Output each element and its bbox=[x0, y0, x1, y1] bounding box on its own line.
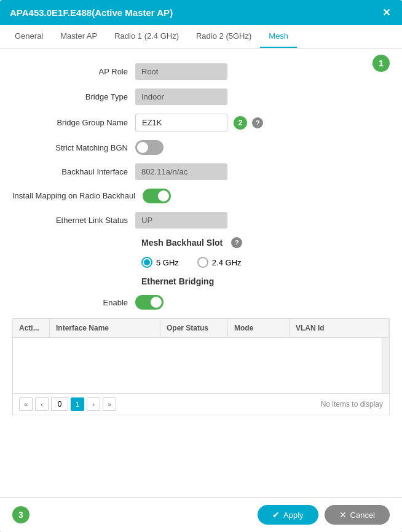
tab-radio1[interactable]: Radio 1 (2.4 GHz) bbox=[106, 25, 187, 48]
tab-bar: General Master AP Radio 1 (2.4 GHz) Radi… bbox=[0, 25, 402, 49]
bridge-group-name-help-icon[interactable]: ? bbox=[252, 117, 263, 128]
bridge-type-input bbox=[135, 88, 227, 105]
ethernet-link-status-row: Ethernet Link Status bbox=[12, 212, 390, 229]
table-scrollbar[interactable] bbox=[382, 338, 389, 393]
page-current-button[interactable]: 1 bbox=[71, 397, 84, 411]
col-action: Acti... bbox=[13, 319, 50, 337]
ethernet-bridging-heading-text: Ethernet Bridging bbox=[141, 276, 214, 286]
col-mode: Mode bbox=[228, 319, 290, 337]
cancel-button[interactable]: ✕ Cancel bbox=[325, 505, 390, 525]
mesh-backhaul-heading: Mesh Backhaul Slot ? bbox=[141, 237, 390, 248]
mesh-backhaul-heading-text: Mesh Backhaul Slot bbox=[141, 238, 223, 248]
ethernet-bridging-enable-label: Enable bbox=[12, 298, 135, 307]
page-number-input[interactable] bbox=[51, 397, 68, 411]
step-badge-2: 2 bbox=[234, 116, 247, 130]
ap-role-row: AP Role bbox=[12, 63, 390, 80]
backhaul-interface-label: Backhaul Interface bbox=[12, 167, 135, 176]
ethernet-bridging-enable-row: Enable bbox=[12, 295, 390, 310]
no-items-text: No items to display bbox=[321, 400, 383, 409]
radio-5ghz-label: 5 GHz bbox=[156, 258, 179, 267]
cancel-icon: ✕ bbox=[339, 510, 347, 520]
apply-button[interactable]: ✔ Apply bbox=[258, 505, 318, 525]
apply-icon: ✔ bbox=[272, 510, 280, 520]
ethernet-link-status-label: Ethernet Link Status bbox=[12, 216, 135, 225]
ethernet-bridging-heading: Ethernet Bridging bbox=[141, 276, 390, 286]
backhaul-interface-input bbox=[135, 163, 227, 180]
strict-matching-toggle[interactable] bbox=[135, 140, 164, 155]
radio-24ghz-circle bbox=[197, 257, 208, 268]
table-body bbox=[13, 338, 389, 393]
install-mapping-label: Install Mapping on Radio Backhaul bbox=[12, 191, 143, 201]
tab-radio2[interactable]: Radio 2 (5GHz) bbox=[187, 25, 260, 48]
page-last-button[interactable]: » bbox=[103, 397, 116, 411]
col-interface-name: Interface Name bbox=[50, 319, 160, 337]
ethernet-bridging-enable-toggle[interactable] bbox=[135, 295, 164, 310]
col-oper-status: Oper Status bbox=[160, 319, 228, 337]
ap-role-input bbox=[135, 63, 227, 80]
radio-24ghz-label: 2.4 GHz bbox=[212, 258, 242, 267]
cancel-label: Cancel bbox=[350, 510, 375, 520]
bridge-group-name-input[interactable] bbox=[135, 114, 227, 131]
pagination: « ‹ 1 › » No items to display bbox=[13, 393, 389, 415]
window-title: APA453.0E1F.E488(Active Master AP) bbox=[10, 7, 173, 18]
install-mapping-toggle[interactable] bbox=[143, 189, 171, 203]
footer: 3 ✔ Apply ✕ Cancel bbox=[0, 497, 402, 532]
radio-24ghz[interactable]: 2.4 GHz bbox=[197, 257, 242, 268]
ap-role-label: AP Role bbox=[12, 67, 135, 76]
mesh-backhaul-help-icon[interactable]: ? bbox=[231, 237, 242, 248]
tab-general[interactable]: General bbox=[6, 25, 52, 48]
backhaul-interface-row: Backhaul Interface bbox=[12, 163, 390, 180]
table-header: Acti... Interface Name Oper Status Mode … bbox=[13, 319, 389, 338]
bridge-group-name-row: Bridge Group Name 2 ? bbox=[12, 114, 390, 131]
content-area: 1 AP Role Bridge Type Bridge Group Name … bbox=[0, 49, 402, 497]
tab-master-ap[interactable]: Master AP bbox=[52, 25, 106, 48]
form-section: AP Role Bridge Type Bridge Group Name 2 … bbox=[12, 57, 390, 415]
ethernet-link-status-input bbox=[135, 212, 227, 229]
mesh-backhaul-radio-group: 5 GHz 2.4 GHz bbox=[141, 257, 390, 268]
main-window: APA453.0E1F.E488(Active Master AP) ✕ Gen… bbox=[0, 0, 402, 532]
col-vlan-id: VLAN Id bbox=[290, 319, 389, 337]
title-bar: APA453.0E1F.E488(Active Master AP) ✕ bbox=[0, 0, 402, 25]
bridge-group-name-label: Bridge Group Name bbox=[12, 118, 135, 127]
close-button[interactable]: ✕ bbox=[382, 8, 392, 18]
radio-5ghz[interactable]: 5 GHz bbox=[141, 257, 179, 268]
page-next-button[interactable]: › bbox=[87, 397, 100, 411]
page-first-button[interactable]: « bbox=[19, 397, 33, 411]
install-mapping-row: Install Mapping on Radio Backhaul bbox=[12, 189, 390, 203]
step-badge-1: 1 bbox=[372, 55, 390, 72]
radio-5ghz-circle bbox=[141, 257, 152, 268]
tab-mesh[interactable]: Mesh bbox=[260, 25, 297, 48]
interface-table: Acti... Interface Name Oper Status Mode … bbox=[12, 318, 390, 415]
strict-matching-label: Strict Matching BGN bbox=[12, 143, 135, 152]
apply-label: Apply bbox=[283, 510, 304, 520]
bridge-type-row: Bridge Type bbox=[12, 88, 390, 105]
strict-matching-row: Strict Matching BGN bbox=[12, 140, 390, 155]
step-badge-3: 3 bbox=[12, 506, 30, 523]
bridge-type-label: Bridge Type bbox=[12, 92, 135, 101]
page-prev-button[interactable]: ‹ bbox=[35, 397, 49, 411]
